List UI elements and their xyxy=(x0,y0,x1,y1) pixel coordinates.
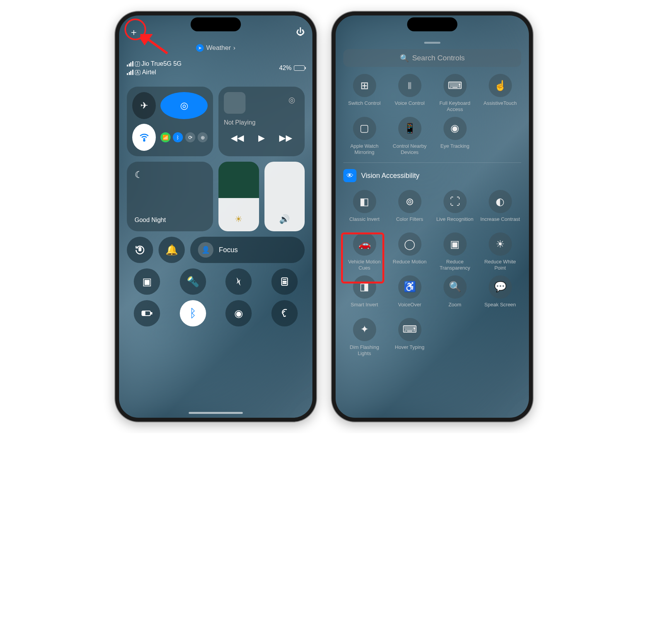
control-reduce-white-point[interactable]: ☀Reduce White Point xyxy=(479,232,521,272)
media-artwork xyxy=(224,92,246,114)
focus-tile-label: Good Night xyxy=(135,217,205,224)
volume-slider[interactable]: 🔊 xyxy=(264,162,305,231)
dynamic-island xyxy=(407,17,457,31)
volume-icon: 🔊 xyxy=(279,214,290,224)
control-zoom[interactable]: 🔍Zoom xyxy=(434,275,476,314)
control-label: Hover Typing xyxy=(395,344,424,357)
flashlight-button[interactable]: 🔦 xyxy=(180,268,206,295)
forward-button[interactable]: ▶▶ xyxy=(279,133,292,143)
control-hover-typing[interactable]: ⌨Hover Typing xyxy=(389,318,431,357)
control-classic-invert[interactable]: ◧Classic Invert xyxy=(343,190,385,229)
control-label: Classic Invert xyxy=(349,216,379,229)
vision-section-header: 👁 Vision Accessibility xyxy=(343,169,521,182)
voiceover-icon: ♿ xyxy=(398,275,421,299)
divider xyxy=(343,162,521,163)
control-voiceover[interactable]: ♿VoiceOver xyxy=(389,275,431,314)
control-label: VoiceOver xyxy=(398,302,421,314)
sim-1-badge: J xyxy=(135,61,140,67)
svg-point-5 xyxy=(283,281,283,282)
control-label: Apple Watch Mirroring xyxy=(343,143,385,156)
control-full-keyboard-access[interactable]: ⌨Full Keyboard Access xyxy=(434,74,476,113)
media-tile[interactable]: ◎ Not Playing ◀◀ ▶ ▶▶ xyxy=(218,87,305,156)
person-icon: 👤 xyxy=(198,242,213,258)
hearing-button[interactable] xyxy=(271,300,298,326)
bluetooth-button[interactable]: ᛒ xyxy=(173,132,183,142)
media-status: Not Playing xyxy=(224,119,299,126)
low-power-button[interactable] xyxy=(134,300,160,326)
shazam-button[interactable] xyxy=(225,268,252,295)
svg-point-10 xyxy=(285,283,286,284)
eye-icon: 👁 xyxy=(343,169,356,182)
control-label: Zoom xyxy=(448,302,461,314)
chevron-right-icon: › xyxy=(233,44,235,52)
bluetooth-toggle-button[interactable]: ᛒ xyxy=(180,300,206,326)
rotation-lock-button[interactable] xyxy=(127,237,153,263)
control-label: Live Recognition xyxy=(436,216,473,229)
switch-control-icon: ⊞ xyxy=(353,74,376,97)
airplane-mode-button[interactable]: ✈ xyxy=(132,92,156,119)
airdrop-button[interactable]: ◎ xyxy=(160,92,208,119)
voice-control-icon: ⦀ xyxy=(398,74,421,97)
annotation-highlight xyxy=(341,232,384,284)
carrier-block: J Jio True5G 5G A Airtel xyxy=(127,60,182,76)
classic-invert-icon: ◧ xyxy=(353,190,376,213)
wifi-button[interactable] xyxy=(132,124,156,151)
control-color-filters[interactable]: ⊚Color Filters xyxy=(389,190,431,229)
control-eye-tracking[interactable]: ◉Eye Tracking xyxy=(434,117,476,156)
control-speak-screen[interactable]: 💬Speak Screen xyxy=(479,275,521,314)
rewind-button[interactable]: ◀◀ xyxy=(231,133,244,143)
svg-rect-12 xyxy=(151,313,152,314)
control-apple-watch-mirroring[interactable]: ▢Apple Watch Mirroring xyxy=(343,117,385,156)
search-placeholder: Search Controls xyxy=(412,54,465,62)
sheet-grabber[interactable] xyxy=(424,42,440,44)
control-reduce-transparency[interactable]: ▣Reduce Transparency xyxy=(434,232,476,272)
control-reduce-motion[interactable]: ◯Reduce Motion xyxy=(389,232,431,272)
battery-percent: 42% xyxy=(279,65,292,72)
color-filters-icon: ⊚ xyxy=(398,190,421,213)
power-button[interactable]: ⏻ xyxy=(296,27,305,37)
hover-typing-icon: ⌨ xyxy=(398,318,421,341)
carrier-1-name: Jio True5G 5G xyxy=(142,60,182,67)
control-assistivetouch[interactable]: ☝AssistiveTouch xyxy=(479,74,521,113)
apple-watch-mirroring-icon: ▢ xyxy=(353,117,376,140)
signal-icon xyxy=(127,70,133,75)
control-dim-flashing-lights[interactable]: ✦Dim Flashing Lights xyxy=(343,318,385,357)
phone-left: ＋ ⏻ ➤ Weather › J Jio True5G 5G A xyxy=(115,12,316,422)
sim-2-badge: A xyxy=(135,70,141,75)
control-voice-control[interactable]: ⦀Voice Control xyxy=(389,74,431,113)
control-nearby-devices-icon: 📱 xyxy=(398,117,421,140)
location-icon: ➤ xyxy=(196,44,204,52)
svg-point-6 xyxy=(284,281,285,282)
focus-button[interactable]: 👤 Focus xyxy=(190,237,305,263)
calculator-button[interactable] xyxy=(271,268,298,295)
control-control-nearby-devices[interactable]: 📱Control Nearby Devices xyxy=(389,117,431,156)
airplay-icon[interactable]: ◎ xyxy=(284,92,299,108)
reduce-white-point-icon: ☀ xyxy=(489,232,512,256)
control-label: Reduce White Point xyxy=(479,259,521,272)
control-switch-control[interactable]: ⊞Switch Control xyxy=(343,74,385,113)
play-button[interactable]: ▶ xyxy=(258,133,265,143)
zoom-icon: 🔍 xyxy=(443,275,467,299)
brightness-slider[interactable]: ☀ xyxy=(218,162,259,231)
control-label: Dim Flashing Lights xyxy=(343,344,385,357)
search-controls-field[interactable]: 🔍 Search Controls xyxy=(343,49,521,67)
silent-mode-button[interactable]: 🔔 xyxy=(159,237,185,263)
connectivity-tile[interactable]: ✈ ◎ 📶 ᛒ ⟳ ⊕ xyxy=(127,87,213,156)
focus-tile[interactable]: ☾ Good Night xyxy=(127,162,213,231)
carrier-2-name: Airtel xyxy=(142,69,156,76)
hotspot-button[interactable]: ⟳ xyxy=(185,132,195,142)
screen-record-button[interactable]: ◉ xyxy=(225,300,252,326)
screen-mirroring-button[interactable]: ▣ xyxy=(134,268,160,295)
control-live-recognition[interactable]: ⛶Live Recognition xyxy=(434,190,476,229)
battery-icon xyxy=(294,65,305,71)
control-increase-contrast[interactable]: ◐Increase Contrast xyxy=(479,190,521,229)
home-indicator[interactable] xyxy=(189,412,243,414)
svg-point-9 xyxy=(284,283,285,284)
vpn-button[interactable]: ⊕ xyxy=(198,132,208,142)
increase-contrast-icon: ◐ xyxy=(489,190,512,213)
phone-right: 🔍 Search Controls ⊞Switch Control⦀Voice … xyxy=(332,12,533,422)
cellular-button[interactable]: 📶 xyxy=(160,132,171,142)
battery-status: 42% xyxy=(279,65,305,72)
svg-rect-13 xyxy=(143,312,145,315)
svg-point-7 xyxy=(285,281,286,282)
